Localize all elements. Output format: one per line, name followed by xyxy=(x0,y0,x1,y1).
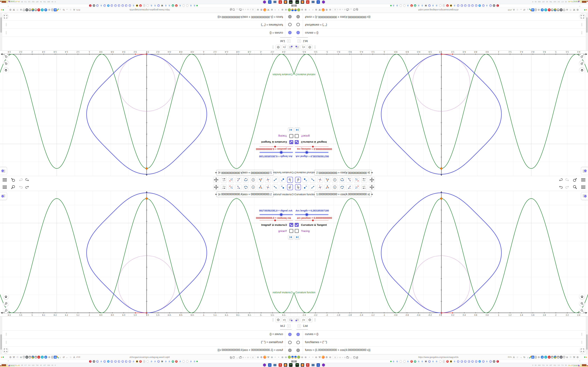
ext-download-icon[interactable]: ↓ xyxy=(59,8,62,11)
ext-gauge-icon[interactable]: ◔ xyxy=(274,356,277,359)
ext-globe-icon[interactable]: ⊕ xyxy=(301,8,304,11)
main-menu-button[interactable] xyxy=(2,184,7,190)
tab-favicon-google[interactable]: G xyxy=(421,360,424,363)
tracing-checkbox[interactable] xyxy=(295,229,299,233)
arc-position-slider[interactable] xyxy=(259,146,293,147)
tab-favicon-yandex[interactable]: Я xyxy=(410,360,413,363)
tab-favicon-dot[interactable] xyxy=(186,4,189,7)
tab-favicon-flower[interactable]: ✽ xyxy=(114,360,117,363)
arc-length-slider[interactable] xyxy=(259,214,293,215)
ext-arrowleft-icon[interactable]: ← xyxy=(235,356,238,359)
taskbar-app-purple[interactable] xyxy=(263,363,266,367)
animation-play-button[interactable] xyxy=(288,128,294,132)
tab-favicon-google[interactable]: G xyxy=(100,4,102,7)
tab-favicon-google[interactable]: G xyxy=(417,360,420,363)
ext-globe-icon[interactable]: ⊕ xyxy=(329,356,332,359)
ext-arrowright-icon[interactable]: → xyxy=(66,8,69,11)
tool-line[interactable] xyxy=(272,177,278,183)
graphics-stylebar-button[interactable] xyxy=(581,167,588,175)
tool-circle[interactable] xyxy=(332,177,338,183)
tab-favicon-flower[interactable]: ✽ xyxy=(129,360,131,363)
curvature-tangent-checkbox[interactable] xyxy=(295,140,299,144)
graphics-view[interactable]: -2.4-2.2-2-1.8-1.6-1.4-1.2-1-0.8-0.6-0.4… xyxy=(294,191,588,317)
tab-favicon-flower[interactable]: ✽ xyxy=(471,360,474,363)
algebra-settings-button[interactable]: ⚙ xyxy=(276,317,281,322)
algebra-row-curves[interactable]: curves = {} ⋮ xyxy=(0,331,294,339)
tab-favicon-chat[interactable]: ● xyxy=(107,360,110,363)
dropdown-arrow-icon[interactable]: ▼ xyxy=(215,171,217,174)
tab-scroll-chevron-icon[interactable]: ⌃ xyxy=(7,4,9,7)
tab-favicon-wgreen[interactable]: W xyxy=(172,360,174,363)
main-menu-button[interactable] xyxy=(581,184,586,190)
ext-gear-icon[interactable]: ⚙ xyxy=(260,356,263,359)
ext-thumb-icon[interactable]: ⚐ xyxy=(569,356,572,359)
ext-dotring-icon[interactable]: ⊙ xyxy=(339,9,341,10)
tab-favicon-google[interactable]: G xyxy=(417,4,420,7)
ext-dotring-icon[interactable]: ⊙ xyxy=(334,9,336,10)
tab-favicon-flower[interactable]: ✽ xyxy=(468,4,470,7)
tool-pan-view[interactable] xyxy=(369,184,375,190)
ext-trash-icon[interactable] xyxy=(551,356,553,358)
scrollbar-track[interactable] xyxy=(586,317,588,354)
tab-favicon-flower[interactable]: ✽ xyxy=(118,360,121,363)
tab-favicon-image[interactable]: ▣ xyxy=(136,360,138,363)
collapse-group-button[interactable]: − xyxy=(287,39,291,43)
tab-favicon-flower[interactable]: ✽ xyxy=(129,4,131,7)
arc-position-slider-knob[interactable] xyxy=(274,219,276,221)
ext-gear-icon[interactable]: ⚙ xyxy=(325,8,328,11)
ext-globe-icon[interactable]: ⊕ xyxy=(304,8,307,11)
ext-lock-icon[interactable] xyxy=(230,8,232,10)
dropdown-arrow-icon[interactable]: ▼ xyxy=(371,193,373,196)
tool-circle[interactable] xyxy=(332,184,338,190)
tab-favicon-wiki[interactable]: W xyxy=(161,4,164,7)
row-kebab-menu[interactable]: ⋮ xyxy=(580,31,583,35)
ext-plusblue-icon[interactable]: + xyxy=(44,8,47,11)
home-button[interactable] xyxy=(579,294,585,299)
tab-favicon-geard[interactable]: ⚙ xyxy=(493,4,495,7)
ext-shieldc-icon[interactable] xyxy=(233,356,235,359)
tab-favicon-dot[interactable] xyxy=(439,360,441,363)
zoom-out-button[interactable] xyxy=(579,308,585,313)
fullscreen-button[interactable] xyxy=(3,14,9,20)
ext-wrench-icon[interactable]: ⚒ xyxy=(573,356,576,359)
collapse-group-button[interactable]: − xyxy=(297,324,301,328)
ext-gauge-icon[interactable]: ◔ xyxy=(308,356,311,359)
ext-globecolor-icon[interactable] xyxy=(31,356,34,359)
undo-button[interactable] xyxy=(558,184,563,190)
animation-play-button[interactable] xyxy=(294,235,300,239)
tab-favicon-flower[interactable]: ✽ xyxy=(482,360,484,363)
tool-point[interactable]: A xyxy=(280,177,285,183)
ext-trash-icon[interactable] xyxy=(35,356,37,358)
ext-dotring-icon[interactable]: ⊙ xyxy=(344,357,346,359)
ext-arrowright-icon[interactable]: → xyxy=(519,356,522,359)
tab-favicon-flower[interactable]: ✽ xyxy=(475,360,477,363)
tab-favicon-yandex[interactable]: Я xyxy=(139,360,142,363)
tab-favicon-flower[interactable]: ✽ xyxy=(125,4,128,7)
fullscreen-button[interactable] xyxy=(579,347,585,353)
ext-shieldc-icon[interactable] xyxy=(353,8,355,11)
scrollbar-thumb[interactable] xyxy=(0,17,2,33)
ext-gauge-icon[interactable]: ◔ xyxy=(277,8,280,11)
scrollbar-thumb[interactable] xyxy=(586,334,588,350)
ext-wrench-icon[interactable]: ⚒ xyxy=(267,356,270,359)
algebra-row-funcs[interactable]: funcs = {1.000000000000 + cos(4.00000000… xyxy=(0,347,294,354)
ext-translate-icon[interactable]: A xyxy=(54,8,57,11)
ext-arrowleft-icon[interactable]: ← xyxy=(350,8,353,11)
tool-move[interactable] xyxy=(295,184,301,190)
arc-length-slider[interactable] xyxy=(295,152,329,153)
tab-favicon-google[interactable]: G xyxy=(396,4,398,7)
ext-globecolor-icon[interactable] xyxy=(554,8,557,11)
ext-arrowleft-icon[interactable]: ← xyxy=(350,356,353,359)
ext-folder-icon[interactable] xyxy=(239,9,242,10)
fullscreen-button[interactable] xyxy=(3,347,9,353)
algebra-row-funcnames[interactable]: funcNames = {" "} ⋮ xyxy=(294,339,588,347)
tab-favicon-yandex[interactable]: Я xyxy=(139,4,142,7)
ext-reload-icon[interactable]: ↻ xyxy=(62,356,65,359)
tab-favicon-fred[interactable]: f xyxy=(496,360,499,363)
search-button[interactable] xyxy=(572,177,578,183)
ext-gauge-icon[interactable]: ◔ xyxy=(311,8,314,11)
row-kebab-menu[interactable]: ⋮ xyxy=(5,31,8,35)
taskbar-app-purple[interactable] xyxy=(263,0,266,4)
ext-globe-icon[interactable]: ⊕ xyxy=(281,8,284,11)
ext-greenball-icon[interactable] xyxy=(297,356,300,359)
